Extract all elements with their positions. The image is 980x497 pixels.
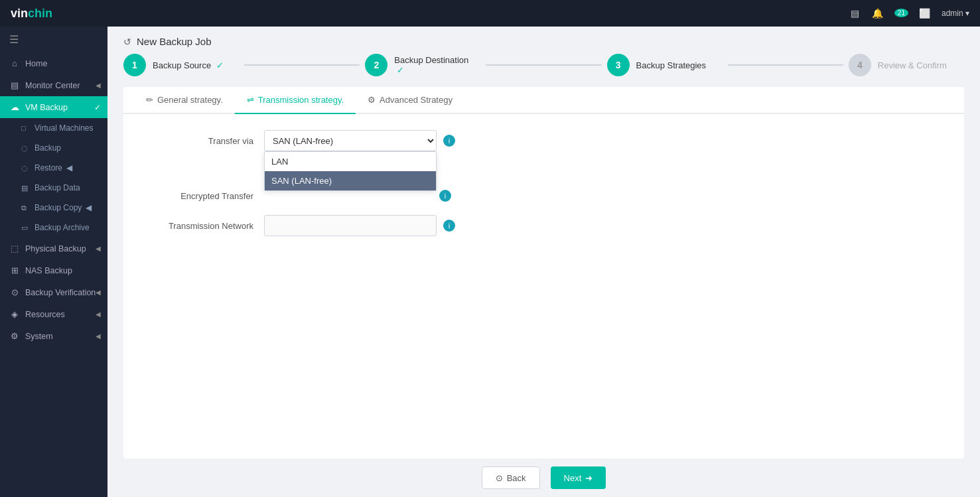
step-connector-3-4 [728,64,843,66]
tab-transmission[interactable]: ⇌ Transmission strategy. [235,87,356,114]
tab-general[interactable]: ✏ General strategy. [134,87,235,114]
sidebar-item-system[interactable]: ⚙ System ◀ [0,325,107,347]
transfer-via-control: LAN SAN (LAN-free) LAN SAN (LAN-free) i [264,130,455,151]
wizard-step-1: 1 Backup Source ✓ [123,54,239,76]
sidebar-label-backup: Backup [35,143,61,153]
sidebar-item-physical-backup[interactable]: ⬚ Physical Backup ◀ [0,238,107,259]
wizard-step-3: 3 Backup Strategies [607,54,723,76]
topbar-right: ▤ 🔔 21 ⬜ admin ▾ [849,7,969,19]
step-circle-3: 3 [607,54,630,76]
restore-arrow: ◀ [66,163,72,173]
step-connector-1-2 [244,64,360,66]
transfer-via-row: Transfer via LAN SAN (LAN-free) LAN SAN … [145,130,943,151]
restore-icon: ◌ [21,164,31,173]
transfer-via-info-icon[interactable]: i [443,135,455,147]
resources-arrow: ◀ [96,311,101,318]
backup-archive-icon: ▭ [21,224,31,232]
transmission-network-control: i [264,215,455,236]
transfer-via-dropdown-list: LAN SAN (LAN-free) [264,151,437,191]
notification-badge: 21 [894,9,908,17]
sidebar-item-home[interactable]: ⌂ Home [0,52,107,74]
sidebar-label-backup-archive: Backup Archive [35,223,90,232]
sidebar-label-system: System [25,332,53,341]
sidebar-toggle[interactable]: ☰ [0,27,107,52]
step-circle-4: 4 [849,54,871,76]
encrypted-transfer-label: Encrypted Transfer [145,191,264,201]
step-label-4: Review & Confirm [878,60,947,70]
sidebar-item-backup-data[interactable]: ▤ Backup Data [0,178,107,198]
sidebar-label-home: Home [25,59,47,68]
sidebar-item-backup[interactable]: ◌ Backup [0,138,107,158]
back-icon: ⊙ [496,473,503,483]
main-content: ↺ New Backup Job 1 Backup Source ✓ 2 Bac… [107,27,980,497]
sidebar-label-physical-backup: Physical Backup [25,244,86,253]
page-header: ↺ New Backup Job [107,27,980,54]
transfer-via-label: Transfer via [145,136,264,146]
transmission-network-info-icon[interactable]: i [443,220,455,232]
sidebar-item-backup-archive[interactable]: ▭ Backup Archive [0,218,107,238]
messages-icon[interactable]: ▤ [849,7,861,19]
transfer-via-option-lan[interactable]: LAN [265,152,436,171]
sidebar-item-virtual-machines[interactable]: □ Virtual Machines [0,118,107,138]
general-tab-label: General strategy. [157,95,223,105]
backup-data-icon: ▤ [21,184,31,192]
transfer-via-dropdown-container: LAN SAN (LAN-free) LAN SAN (LAN-free) [264,130,437,151]
transmission-tab-icon: ⇌ [247,95,254,105]
step-label-3: Backup Strategies [636,60,707,70]
advanced-tab-icon: ⚙ [368,95,376,105]
nas-backup-icon: ⊞ [9,265,20,275]
advanced-tab-label: Advanced Strategy [380,95,453,105]
next-button[interactable]: Next ➜ [551,466,606,489]
transfer-via-option-san[interactable]: SAN (LAN-free) [265,171,436,190]
sidebar: ☰ ⌂ Home ▤ Monitor Center ◀ ☁ VM Backup … [0,27,107,497]
transmission-network-input[interactable] [264,215,437,236]
vm-backup-icon: ☁ [9,102,20,112]
general-tab-icon: ✏ [146,95,153,105]
step-2-check: ✓ [397,65,404,75]
sidebar-item-monitor-center[interactable]: ▤ Monitor Center ◀ [0,74,107,96]
sidebar-label-vm-backup: VM Backup [25,103,68,112]
content-area: ✏ General strategy. ⇌ Transmission strat… [123,87,964,459]
step-label-2: Backup Destination ✓ [394,55,480,75]
sidebar-item-restore[interactable]: ◌ Restore ◀ [0,158,107,178]
tab-advanced[interactable]: ⚙ Advanced Strategy [356,87,464,114]
encrypted-transfer-row: Encrypted Transfer i [145,190,943,202]
logo: vinchin [11,7,52,21]
form-area: Transfer via LAN SAN (LAN-free) LAN SAN … [123,114,964,459]
step-1-check: ✓ [216,60,224,70]
back-label: Back [507,473,526,483]
step-circle-1: 1 [123,54,146,76]
encrypted-transfer-control: i [264,190,451,202]
wizard-steps: 1 Backup Source ✓ 2 Backup Destination ✓… [107,54,980,87]
topbar: vinchin ▤ 🔔 21 ⬜ admin ▾ [0,0,980,27]
user-menu[interactable]: admin ▾ [942,9,969,18]
bell-icon[interactable]: 🔔 [872,7,884,19]
sidebar-item-resources[interactable]: ◈ Resources ◀ [0,303,107,325]
sidebar-item-backup-copy[interactable]: ⧉ Backup Copy ◀ [0,198,107,218]
sidebar-item-nas-backup[interactable]: ⊞ NAS Backup [0,259,107,281]
layout: ☰ ⌂ Home ▤ Monitor Center ◀ ☁ VM Backup … [0,27,980,497]
sidebar-item-backup-verification[interactable]: ⊙ Backup Verification ◀ [0,281,107,303]
backup-copy-arrow: ◀ [86,203,92,212]
wizard-step-4: 4 Review & Confirm [849,54,964,76]
system-arrow: ◀ [96,332,101,340]
refresh-icon[interactable]: ↺ [123,36,131,47]
sidebar-label-resources: Resources [25,310,65,319]
transmission-network-label: Transmission Network [145,221,264,231]
transfer-via-select[interactable]: LAN SAN (LAN-free) [264,130,437,151]
encrypted-transfer-info-icon[interactable]: i [439,190,451,202]
virtual-machines-icon: □ [21,124,31,132]
physical-backup-arrow: ◀ [96,245,101,252]
resources-icon: ◈ [9,309,20,319]
backup-copy-icon: ⧉ [21,204,31,212]
logo-chin: chin [28,7,52,20]
back-button[interactable]: ⊙ Back [482,466,540,489]
tab-bar: ✏ General strategy. ⇌ Transmission strat… [123,87,964,114]
sidebar-item-vm-backup[interactable]: ☁ VM Backup [0,96,107,118]
monitor-center-arrow: ◀ [96,82,101,89]
monitor-icon[interactable]: ⬜ [919,7,931,19]
sidebar-label-nas-backup: NAS Backup [25,266,72,275]
step-circle-2: 2 [365,54,387,76]
sidebar-label-backup-verification: Backup Verification [25,288,96,297]
backup-icon: ◌ [21,144,31,153]
